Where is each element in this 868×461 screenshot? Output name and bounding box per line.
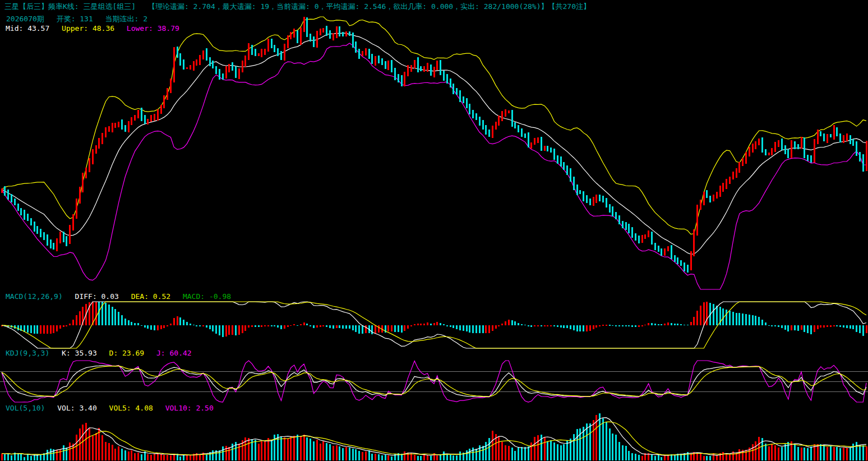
main-chart-panel xyxy=(1,17,867,289)
vol-panel xyxy=(1,413,867,460)
kline-chart[interactable] xyxy=(0,0,868,461)
kdj-panel xyxy=(0,361,868,402)
macd-panel xyxy=(1,302,867,348)
